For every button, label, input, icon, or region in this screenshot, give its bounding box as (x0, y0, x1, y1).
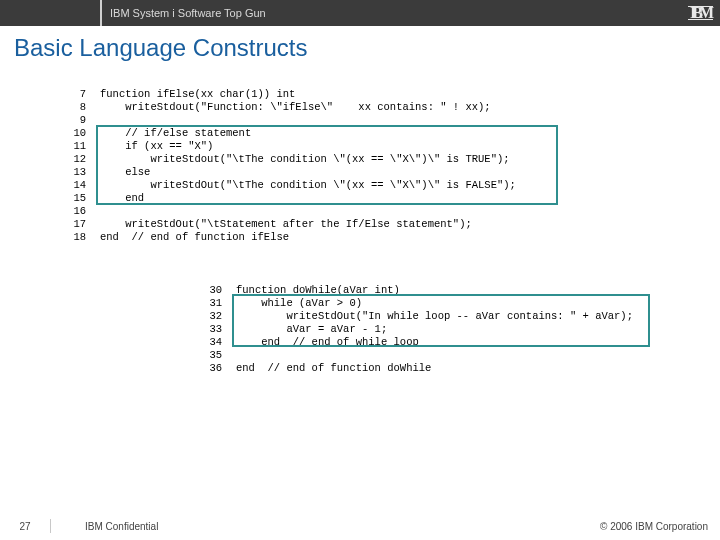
line-number: 13 (64, 166, 86, 179)
line-text: writeStdout("Function: \"ifElse\" xx con… (100, 101, 491, 113)
line-number: 34 (200, 336, 222, 349)
line-number: 14 (64, 179, 86, 192)
footer-divider (50, 519, 51, 533)
page-number: 27 (0, 521, 50, 532)
line-number: 7 (64, 88, 86, 101)
content-area: 7function ifElse(xx char(1)) int8 writeS… (0, 66, 720, 506)
copyright-label: © 2006 IBM Corporation (600, 521, 720, 532)
line-number: 10 (64, 127, 86, 140)
line-number: 31 (200, 297, 222, 310)
line-number: 11 (64, 140, 86, 153)
product-name: IBM System i Software Top Gun (110, 7, 266, 19)
header-left: IBM System i Software Top Gun (0, 0, 266, 26)
code-line: 8 writeStdout("Function: \"ifElse\" xx c… (64, 101, 594, 114)
line-number: 8 (64, 101, 86, 114)
footer: 27 IBM Confidential © 2006 IBM Corporati… (0, 512, 720, 540)
line-number: 17 (64, 218, 86, 231)
line-number: 33 (200, 323, 222, 336)
code-line: 18end // end of function ifElse (64, 231, 594, 244)
line-number: 30 (200, 284, 222, 297)
ibm-logo: IBM (690, 4, 710, 22)
line-text: end // end of function ifElse (100, 231, 289, 243)
line-number: 12 (64, 153, 86, 166)
line-number: 9 (64, 114, 86, 127)
code-line: 16 (64, 205, 594, 218)
slide-title: Basic Language Constructs (0, 26, 720, 66)
highlight-box-2 (232, 294, 650, 347)
line-text: writeStdOut("\tStatement after the If/El… (100, 218, 472, 230)
line-text: function ifElse(xx char(1)) int (100, 88, 295, 100)
header-accent-bar (100, 0, 102, 26)
code-line: 17 writeStdOut("\tStatement after the If… (64, 218, 594, 231)
line-number: 35 (200, 349, 222, 362)
confidential-label: IBM Confidential (85, 521, 158, 532)
line-number: 16 (64, 205, 86, 218)
line-number: 18 (64, 231, 86, 244)
line-text: end // end of function doWhile (236, 362, 431, 374)
header-bar: IBM System i Software Top Gun IBM (0, 0, 720, 26)
line-number: 36 (200, 362, 222, 375)
highlight-box-1 (96, 125, 558, 205)
line-number: 32 (200, 310, 222, 323)
line-number: 15 (64, 192, 86, 205)
code-line: 36end // end of function doWhile (200, 362, 660, 375)
code-line: 7function ifElse(xx char(1)) int (64, 88, 594, 101)
code-line: 35 (200, 349, 660, 362)
